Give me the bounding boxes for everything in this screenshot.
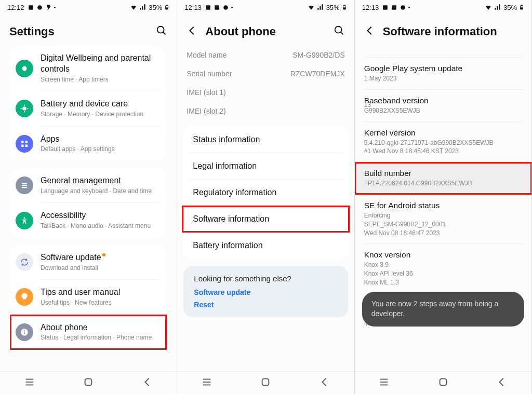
about-link-software-information[interactable]: Software information <box>182 206 349 232</box>
about-content: Model nameSM-G990B2/DSSerial numberRZCW7… <box>177 46 354 371</box>
apps-icon <box>16 135 33 153</box>
settings-item-tips[interactable]: Tips and user manual Useful tips · New f… <box>10 280 166 314</box>
item-subtitle: Default apps · App settings <box>41 145 161 154</box>
back-button[interactable] <box>364 25 376 38</box>
item-subtitle: Useful tips · New features <box>41 299 161 307</box>
general-icon <box>16 176 33 194</box>
svg-point-26 <box>223 5 228 10</box>
nav-home[interactable] <box>83 376 94 390</box>
settings-item-battery-care[interactable]: Battery and device care Storage · Memory… <box>10 91 166 126</box>
sw-item-value: EnforcingSEPF_SM-G990B2_12_0001Wed Nov 0… <box>364 211 522 237</box>
software-info-content: 13 Google Play system update 1 May 2023B… <box>355 46 531 371</box>
about-kv-row: IMEI (slot 2) <box>177 102 354 120</box>
search-button[interactable] <box>334 25 345 38</box>
nav-back[interactable] <box>496 376 508 390</box>
nav-home[interactable] <box>260 376 271 390</box>
nav-recents[interactable] <box>378 376 390 390</box>
sw-item-google-play-system-update[interactable]: Google Play system update 1 May 2023 <box>355 58 531 89</box>
svg-rect-4 <box>166 8 168 9</box>
settings-item-wellbeing[interactable]: Digital Wellbeing and parental controls … <box>10 46 166 91</box>
sw-item-baseband-version[interactable]: Baseband version G990B2XXS5EWJB <box>355 90 531 121</box>
svg-rect-37 <box>392 5 396 10</box>
nav-back[interactable] <box>319 376 330 390</box>
navigation-bar <box>355 371 531 394</box>
sw-item-title: Knox version <box>364 250 522 260</box>
tips-icon <box>16 288 33 306</box>
svg-rect-9 <box>21 141 24 143</box>
svg-point-1 <box>37 5 42 10</box>
status-time: 12:13 <box>362 4 379 11</box>
about-kv-row: Serial numberRZCW70DEMJX <box>177 64 354 83</box>
about-link-status-information[interactable]: Status information <box>182 127 349 153</box>
svg-point-5 <box>157 26 164 33</box>
settings-item-general[interactable]: General management Language and keyboard… <box>10 168 166 202</box>
sw-item-build-number[interactable]: Build number TP1A.220624.014.G990B2XXS5E… <box>355 162 531 194</box>
battery-text: 35% <box>326 4 340 11</box>
about-kv-row: Model nameSM-G990B2/DS <box>177 46 354 64</box>
nav-recents[interactable] <box>201 376 212 390</box>
kv-key: Model name <box>187 51 227 59</box>
about-link-regulatory-information[interactable]: Regulatory information <box>182 180 349 206</box>
sw-item-value: TP1A.220624.014.G990B2XXS5EWJB <box>364 179 522 188</box>
sw-item-value: Knox 3.9Knox API level 36Knox ML 1.3 <box>364 261 522 287</box>
about-link-legal-information[interactable]: Legal information <box>182 153 349 179</box>
settings-item-accessibility[interactable]: Accessibility TalkBack · Mono audio · As… <box>10 203 166 237</box>
svg-point-38 <box>401 5 405 10</box>
svg-rect-35 <box>262 378 269 385</box>
item-title: Software update <box>41 252 161 263</box>
item-title: Tips and user manual <box>41 287 161 298</box>
about-icon <box>16 323 33 341</box>
about-link-battery-information[interactable]: Battery information <box>182 233 349 259</box>
item-title: General management <box>41 175 161 186</box>
page-title: About phone <box>205 25 326 38</box>
nav-recents[interactable] <box>24 376 35 390</box>
settings-item-update[interactable]: Software update Download and install <box>10 245 166 279</box>
svg-rect-36 <box>383 5 388 10</box>
back-button[interactable] <box>187 25 198 38</box>
search-button[interactable] <box>156 25 167 38</box>
battery-icon <box>342 4 347 11</box>
status-time: 12:13 <box>184 4 202 11</box>
wifi-icon <box>485 4 492 11</box>
chevron-left-icon <box>364 25 376 36</box>
sw-item-value: G990B2XXS5EWJB <box>364 106 522 115</box>
status-notification-icons <box>205 4 233 11</box>
settings-item-apps[interactable]: Apps Default apps · App settings <box>10 127 166 161</box>
svg-line-31 <box>340 32 343 35</box>
signal-icon <box>139 4 147 11</box>
sw-item-knox-version[interactable]: Knox version Knox 3.9Knox API level 36Kn… <box>355 244 531 293</box>
item-title: Battery and device care <box>41 99 161 110</box>
page-title: Software information <box>383 25 522 38</box>
footer-link-reset[interactable]: Reset <box>194 301 337 309</box>
nav-back[interactable] <box>142 376 153 390</box>
svg-rect-29 <box>343 8 345 9</box>
svg-rect-24 <box>206 5 210 10</box>
nav-home[interactable] <box>437 376 449 390</box>
wellbeing-icon <box>16 60 33 77</box>
item-subtitle: Download and install <box>41 264 161 273</box>
item-title: Accessibility <box>41 210 161 221</box>
battery-icon <box>519 4 524 11</box>
update-icon <box>16 253 33 271</box>
sw-item-kernel-version[interactable]: Kernel version 5.4.210-qgki-27171971-abG… <box>355 122 531 162</box>
sw-item-title: Google Play system update <box>364 64 522 73</box>
item-title: Digital Wellbeing and parental controls <box>41 53 161 75</box>
item-subtitle: Status · Legal information · Phone name <box>41 334 161 342</box>
status-time: 12:12 <box>7 4 24 11</box>
svg-point-19 <box>24 330 25 331</box>
svg-rect-40 <box>521 5 523 5</box>
sw-item-title: Baseband version <box>364 96 522 105</box>
battery-icon <box>164 4 169 11</box>
item-title: Apps <box>41 134 161 145</box>
item-title: About phone <box>41 322 161 333</box>
settings-item-about[interactable]: About phone Status · Legal information ·… <box>10 315 166 349</box>
svg-rect-12 <box>25 144 28 147</box>
footer-link-software-update[interactable]: Software update <box>194 288 337 296</box>
svg-point-30 <box>335 26 341 33</box>
svg-rect-11 <box>21 144 24 147</box>
settings-panel: 12:12 35% Settings Digital Wellbeing and <box>0 0 177 394</box>
search-icon <box>156 25 167 36</box>
sw-item-se-for-android-status[interactable]: SE for Android status EnforcingSEPF_SM-G… <box>355 195 531 243</box>
svg-rect-3 <box>166 5 168 5</box>
footer-suggestions: Looking for something else? Software upd… <box>183 266 348 317</box>
